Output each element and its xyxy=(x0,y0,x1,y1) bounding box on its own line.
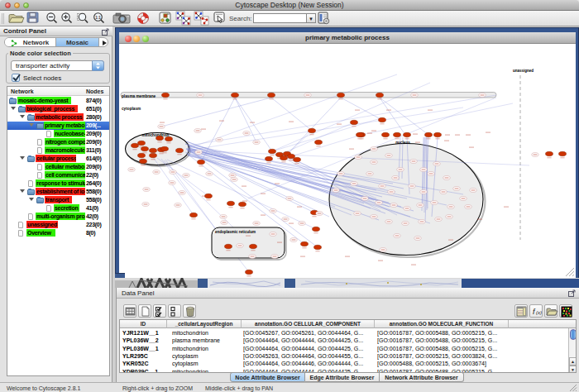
svg-text:(x): (x) xyxy=(536,310,542,315)
svg-text:nucleus: nucleus xyxy=(395,141,410,145)
svg-text:endoplasmic reticulum: endoplasmic reticulum xyxy=(215,230,256,234)
svg-text:unassigned: unassigned xyxy=(513,69,534,73)
svg-text:mitochondrion: mitochondrion xyxy=(142,133,170,137)
svg-text:1:1: 1:1 xyxy=(95,16,101,20)
svg-text:plasma membrane: plasma membrane xyxy=(122,94,156,98)
svg-text:cytoplasm: cytoplasm xyxy=(122,107,141,111)
